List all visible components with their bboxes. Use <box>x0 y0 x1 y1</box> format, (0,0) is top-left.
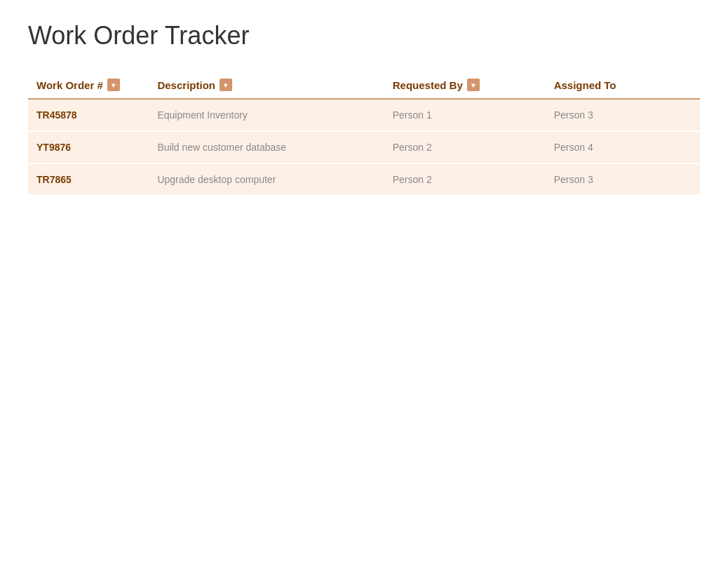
work-order-table: Work Order # ▾ Description ▾ Requested B… <box>28 72 700 196</box>
filter-description-button[interactable]: ▾ <box>220 79 232 91</box>
cell-assignedto: Person 4 <box>546 131 700 163</box>
col-header-workorder: Work Order # ▾ <box>28 72 149 99</box>
table-row: TR7865Upgrade desktop computerPerson 2Pe… <box>28 163 700 196</box>
cell-assignedto: Person 3 <box>546 163 700 196</box>
cell-description: Equipment Inventory <box>149 99 384 131</box>
cell-requestedby: Person 2 <box>384 131 546 163</box>
cell-workorder: TR7865 <box>28 163 149 196</box>
col-requestedby-label: Requested By <box>393 79 463 91</box>
cell-description: Upgrade desktop computer <box>149 163 384 196</box>
col-workorder-label: Work Order # <box>36 79 103 91</box>
cell-requestedby: Person 2 <box>384 163 546 196</box>
cell-assignedto: Person 3 <box>546 99 700 131</box>
filter-workorder-button[interactable]: ▾ <box>107 79 120 91</box>
col-header-requestedby: Requested By ▾ <box>384 72 546 99</box>
col-description-label: Description <box>157 79 215 91</box>
cell-requestedby: Person 1 <box>384 99 546 131</box>
cell-workorder: TR45878 <box>28 99 149 131</box>
cell-description: Build new customer database <box>149 131 384 163</box>
col-header-description: Description ▾ <box>149 72 384 99</box>
col-assignedto-label: Assigned To <box>554 79 616 91</box>
col-header-assignedto: Assigned To <box>546 72 700 99</box>
filter-requestedby-button[interactable]: ▾ <box>467 79 480 91</box>
cell-workorder: YT9876 <box>28 131 149 163</box>
table-row: YT9876Build new customer databasePerson … <box>28 131 700 163</box>
table-header-row: Work Order # ▾ Description ▾ Requested B… <box>28 72 700 99</box>
page-title: Work Order Tracker <box>28 21 700 50</box>
table-row: TR45878Equipment InventoryPerson 1Person… <box>28 99 700 131</box>
